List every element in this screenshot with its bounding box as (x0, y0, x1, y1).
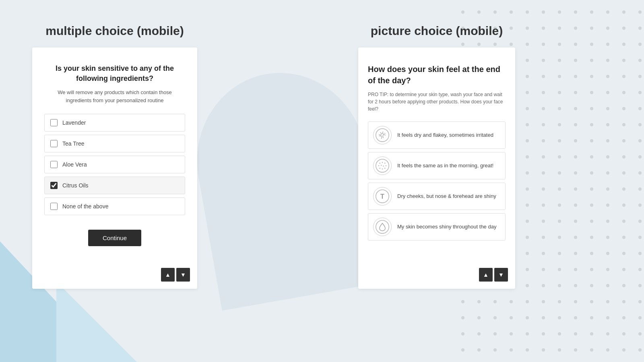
mc-option-citrus-oils[interactable]: Citrus Oils (44, 177, 185, 194)
mc-nav-down[interactable]: ▼ (176, 268, 190, 282)
pic-option-same-morning[interactable]: It feels the same as in the morning, gre… (368, 152, 506, 179)
svg-point-246 (558, 332, 561, 335)
svg-point-223 (574, 300, 577, 303)
mc-checkbox-none[interactable] (50, 203, 58, 210)
svg-point-219 (510, 300, 513, 303)
right-section: picture choice (mobile) How does your sk… (358, 24, 515, 289)
pic-option-dry-flakey[interactable]: It feels dry and flakey, sometimes irrit… (368, 121, 506, 149)
svg-point-252 (461, 348, 464, 352)
picture-choice-card: How does your skin feel at the end of th… (358, 47, 515, 289)
mc-label-lavender: Lavender (62, 119, 86, 126)
svg-point-243 (510, 332, 513, 335)
svg-point-273 (379, 168, 380, 169)
svg-point-267 (382, 162, 383, 163)
mc-options-list: Lavender Tea Tree Aloe Vera Citrus Oils … (44, 114, 185, 218)
svg-point-236 (590, 316, 593, 319)
svg-point-244 (526, 332, 529, 335)
svg-point-232 (526, 316, 529, 319)
svg-point-271 (383, 166, 384, 167)
svg-point-240 (461, 332, 464, 335)
svg-point-255 (510, 348, 513, 352)
pic-subtitle: PRO TIP: to determine your skin type, wa… (368, 91, 506, 113)
pic-options-list: It feels dry and flakey, sometimes irrit… (368, 121, 506, 244)
svg-point-241 (477, 332, 481, 335)
svg-point-245 (542, 332, 545, 335)
svg-point-231 (510, 316, 513, 319)
svg-point-261 (606, 348, 609, 352)
mc-checkbox-tea-tree[interactable] (50, 140, 58, 147)
svg-point-217 (477, 300, 481, 303)
pic-nav-arrows: ▲ ▼ (479, 268, 508, 282)
bg-triangle-right (56, 282, 137, 362)
svg-point-242 (493, 332, 497, 335)
svg-point-278 (376, 220, 389, 233)
svg-point-258 (558, 348, 561, 352)
svg-point-270 (381, 165, 382, 166)
pic-label-dry-flakey: It feels dry and flakey, sometimes irrit… (397, 132, 493, 139)
svg-point-227 (638, 300, 642, 303)
svg-point-265 (376, 159, 389, 172)
mc-option-tea-tree[interactable]: Tea Tree (44, 135, 185, 152)
svg-point-272 (386, 165, 387, 167)
svg-point-238 (622, 316, 625, 319)
svg-point-225 (606, 300, 609, 303)
continue-button[interactable]: Continue (88, 230, 141, 246)
svg-text:T: T (380, 193, 384, 200)
pic-option-dry-shiny[interactable]: T Dry cheeks, but nose & forehead are sh… (368, 183, 506, 210)
svg-point-250 (622, 332, 625, 335)
svg-point-216 (461, 300, 464, 303)
pic-question: How does your skin feel at the end of th… (368, 64, 506, 86)
svg-point-224 (590, 300, 593, 303)
svg-point-266 (379, 162, 380, 164)
main-container: multiple choice (mobile) Is your skin se… (0, 0, 644, 289)
multiple-choice-card: Is your skin sensitive to any of the fol… (32, 47, 197, 289)
svg-point-220 (526, 300, 529, 303)
pic-nav-down[interactable]: ▼ (494, 268, 508, 282)
dry-flakey-icon (373, 126, 392, 144)
svg-point-222 (558, 300, 561, 303)
svg-point-234 (558, 316, 561, 319)
pic-label-dry-shiny: Dry cheeks, but nose & forehead are shin… (397, 193, 496, 200)
svg-point-254 (493, 348, 497, 352)
mc-question: Is your skin sensitive to any of the fol… (44, 64, 185, 84)
svg-point-239 (638, 316, 642, 319)
svg-point-260 (590, 348, 593, 352)
svg-point-264 (376, 129, 389, 142)
svg-point-249 (606, 332, 609, 335)
svg-point-263 (638, 348, 642, 352)
svg-point-230 (493, 316, 497, 319)
left-section: multiple choice (mobile) Is your skin se… (32, 24, 197, 289)
svg-point-221 (542, 300, 545, 303)
mc-subtitle: We will remove any products which contai… (44, 88, 185, 104)
mc-nav-up[interactable]: ▲ (161, 268, 175, 282)
svg-point-262 (622, 348, 625, 352)
svg-point-235 (574, 316, 577, 319)
svg-point-253 (477, 348, 481, 352)
left-section-title: multiple choice (mobile) (45, 24, 184, 38)
pic-label-shiny-throughout: My skin becomes shiny throughout the day (397, 223, 496, 230)
pic-label-same-morning: It feels the same as in the morning, gre… (397, 162, 493, 169)
svg-point-228 (461, 316, 464, 319)
mc-label-citrus-oils: Citrus Oils (62, 182, 89, 189)
svg-point-259 (574, 348, 577, 352)
mc-option-none[interactable]: None of the above (44, 197, 185, 215)
mc-checkbox-lavender[interactable] (50, 119, 58, 126)
mc-label-aloe-vera: Aloe Vera (62, 161, 87, 168)
svg-point-256 (526, 348, 529, 352)
pic-option-shiny-throughout[interactable]: My skin becomes shiny throughout the day (368, 213, 506, 241)
svg-point-269 (378, 165, 380, 167)
mc-label-none: None of the above (62, 203, 108, 210)
mc-option-lavender[interactable]: Lavender (44, 114, 185, 132)
mc-checkbox-aloe-vera[interactable] (50, 161, 58, 168)
svg-point-248 (590, 332, 593, 335)
svg-point-275 (384, 168, 386, 169)
svg-point-229 (477, 316, 481, 319)
same-morning-icon (373, 156, 392, 175)
dry-shiny-icon: T (373, 187, 392, 206)
svg-point-237 (606, 316, 609, 319)
pic-nav-up[interactable]: ▲ (479, 268, 493, 282)
mc-option-aloe-vera[interactable]: Aloe Vera (44, 156, 185, 173)
shiny-throughout-icon (373, 218, 392, 236)
mc-nav-arrows: ▲ ▼ (161, 268, 190, 282)
mc-checkbox-citrus-oils[interactable] (50, 182, 58, 189)
